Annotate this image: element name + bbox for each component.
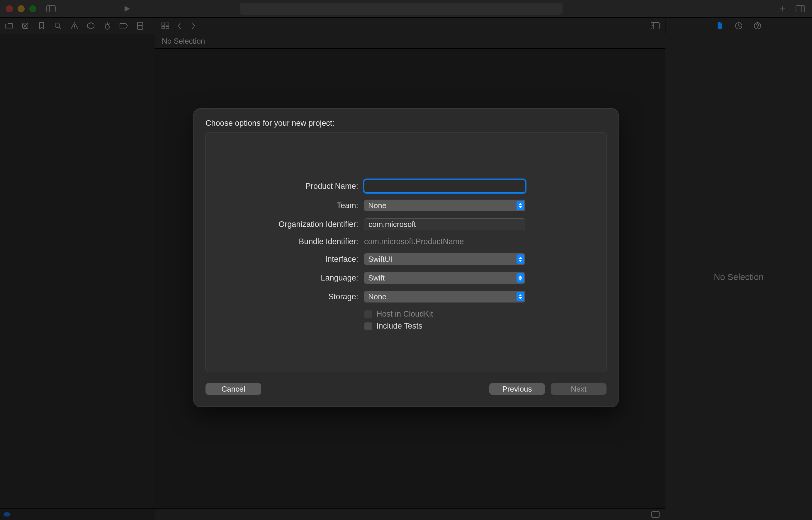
language-label: Language: <box>224 274 358 283</box>
product-name-label: Product Name: <box>224 182 358 191</box>
language-select-value: Swift <box>368 274 385 283</box>
previous-button[interactable]: Previous <box>489 383 545 395</box>
project-options-form: Product Name: Team: None Organization Id… <box>224 180 588 331</box>
cancel-button[interactable]: Cancel <box>206 383 261 395</box>
team-label: Team: <box>224 201 358 210</box>
product-name-field[interactable] <box>364 180 525 192</box>
org-identifier-label: Organization Identifier: <box>224 220 358 229</box>
org-identifier-input[interactable] <box>368 220 521 229</box>
language-select[interactable]: Swift <box>364 272 525 284</box>
next-button[interactable]: Next <box>551 383 606 395</box>
bundle-identifier-label: Bundle Identifier: <box>224 237 358 246</box>
include-tests-checkbox[interactable] <box>364 322 372 330</box>
interface-select-value: SwiftUI <box>368 255 392 264</box>
sheet-form-container: Product Name: Team: None Organization Id… <box>206 132 606 372</box>
select-stepper-icon <box>517 273 524 283</box>
host-in-cloudkit-row: Host in CloudKit <box>364 310 525 319</box>
include-tests-label: Include Tests <box>376 321 422 331</box>
select-stepper-icon <box>517 255 524 264</box>
interface-select[interactable]: SwiftUI <box>364 253 525 265</box>
org-identifier-field[interactable] <box>364 218 525 230</box>
bundle-identifier-readout: com.microsoft.ProductName <box>364 237 525 246</box>
select-stepper-icon <box>517 292 524 301</box>
select-stepper-icon <box>517 201 524 210</box>
host-in-cloudkit-checkbox <box>364 310 372 318</box>
sheet-button-row: Cancel Previous Next <box>206 383 606 395</box>
new-project-options-sheet: Choose options for your new project: Pro… <box>193 108 619 407</box>
product-name-input[interactable] <box>368 182 521 191</box>
storage-label: Storage: <box>224 292 358 301</box>
interface-label: Interface: <box>224 255 358 264</box>
storage-select[interactable]: None <box>364 291 525 303</box>
storage-select-value: None <box>368 292 386 301</box>
sheet-title: Choose options for your new project: <box>206 119 606 128</box>
team-select[interactable]: None <box>364 200 525 211</box>
team-select-value: None <box>368 201 386 210</box>
host-in-cloudkit-label: Host in CloudKit <box>376 310 433 319</box>
include-tests-row[interactable]: Include Tests <box>364 321 525 331</box>
